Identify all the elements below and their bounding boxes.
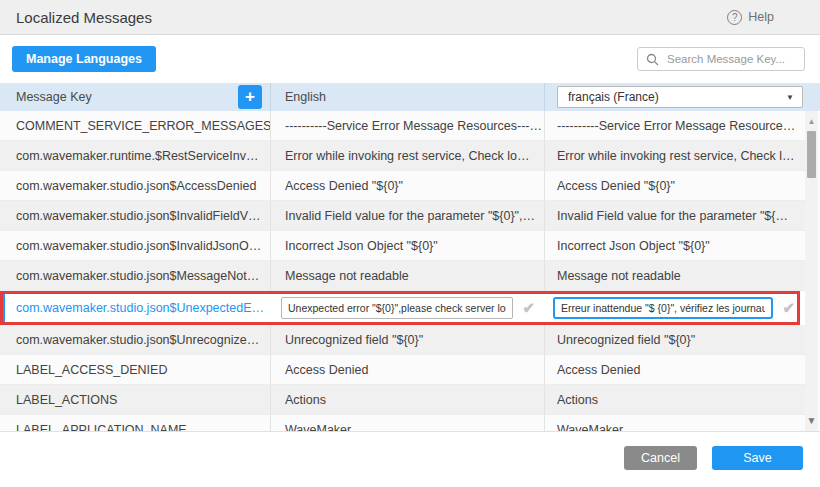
message-key-cell[interactable]: LABEL_APPLICATION_NAME [0, 415, 271, 432]
table-row-selected: com.wavemaker.studio.json$UnexpectedE… ✔… [0, 291, 805, 325]
chevron-down-icon: ▼ [786, 93, 794, 102]
titlebar: Localized Messages ? Help [0, 0, 820, 35]
english-cell[interactable]: Incorrect Json Object "${0}" [271, 231, 545, 260]
message-key-cell[interactable]: com.wavemaker.runtime.$RestServiceInv… [0, 141, 271, 170]
english-cell[interactable]: Access Denied [271, 355, 545, 384]
table-row: com.wavemaker.studio.json$InvalidJsonO… … [0, 231, 805, 261]
english-cell-editing: ✔ [271, 291, 545, 325]
french-cell[interactable]: WaveMaker [545, 415, 805, 432]
toolbar: Manage Languages [0, 35, 820, 83]
search-input[interactable] [665, 52, 796, 66]
column-header-language: français (France) ▼ [545, 83, 820, 111]
manage-languages-button[interactable]: Manage Languages [12, 46, 156, 72]
table-row: com.wavemaker.studio.json$AccessDenied A… [0, 171, 805, 201]
french-cell[interactable]: Actions [545, 385, 805, 414]
french-cell[interactable]: Message not readable [545, 261, 805, 290]
english-cell[interactable]: Invalid Field value for the parameter "$… [271, 201, 545, 230]
language-select[interactable]: français (France) ▼ [557, 86, 803, 108]
english-cell[interactable]: Unrecognized field "${0}" [271, 325, 545, 354]
french-cell[interactable]: Unrecognized field "${0}" [545, 325, 805, 354]
french-cell[interactable]: Error while invoking rest service, Check… [545, 141, 805, 170]
message-key-cell[interactable]: LABEL_ACCESS_DENIED [0, 355, 271, 384]
footer: Cancel Save [0, 432, 820, 470]
message-key-cell[interactable]: LABEL_ACTIONS [0, 385, 271, 414]
page-title: Localized Messages [16, 9, 152, 26]
table-row: com.wavemaker.studio.json$InvalidFieldV…… [0, 201, 805, 231]
french-cell[interactable]: Access Denied [545, 355, 805, 384]
table-row: LABEL_ACCESS_DENIED Access Denied Access… [0, 355, 805, 385]
scrollbar-thumb[interactable] [807, 131, 816, 178]
search-box[interactable] [637, 47, 805, 71]
help-label: Help [748, 10, 774, 24]
table-row: com.wavemaker.studio.json$Unrecognize… U… [0, 325, 805, 355]
help-button[interactable]: ? Help [727, 10, 774, 25]
scroll-up-icon[interactable]: ▲ [808, 117, 816, 126]
english-message-input[interactable] [281, 297, 513, 319]
table-row: LABEL_ACTIONS Actions Actions [0, 385, 805, 415]
french-cell[interactable]: Incorrect Json Object "${0}" [545, 231, 805, 260]
english-cell[interactable]: ----------Service Error Message Resource… [271, 111, 545, 140]
message-key-label: Message Key [16, 90, 92, 104]
table-scrollbar[interactable]: ▲ ▼ [805, 111, 818, 431]
english-cell[interactable]: Actions [271, 385, 545, 414]
table-body: COMMENT_SERVICE_ERROR_MESSAGES ---------… [0, 111, 820, 432]
cancel-button[interactable]: Cancel [624, 446, 697, 470]
localized-messages-dialog: Localized Messages ? Help Manage Languag… [0, 0, 820, 470]
column-header-english: English [271, 83, 545, 111]
confirm-check-icon[interactable]: ✔ [782, 299, 795, 317]
table-row: LABEL_APPLICATION_NAME WaveMaker WaveMak… [0, 415, 805, 432]
english-cell[interactable]: WaveMaker [271, 415, 545, 432]
message-key-cell-selected[interactable]: com.wavemaker.studio.json$UnexpectedE… [0, 291, 271, 325]
message-key-cell[interactable]: com.wavemaker.studio.json$MessageNot… [0, 261, 271, 290]
message-key-cell[interactable]: COMMENT_SERVICE_ERROR_MESSAGES [0, 111, 271, 140]
english-cell[interactable]: Access Denied "${0}" [271, 171, 545, 200]
help-icon: ? [727, 10, 742, 25]
table-header: Message Key + English français (France) … [0, 83, 820, 111]
save-button[interactable]: Save [712, 446, 803, 470]
column-header-message-key: Message Key + [0, 83, 271, 111]
table-row: com.wavemaker.runtime.$RestServiceInv… E… [0, 141, 805, 171]
message-key-cell[interactable]: com.wavemaker.studio.json$InvalidJsonO… [0, 231, 271, 260]
english-cell[interactable]: Message not readable [271, 261, 545, 290]
confirm-check-icon[interactable]: ✔ [522, 299, 535, 317]
table-row: com.wavemaker.studio.json$MessageNot… Me… [0, 261, 805, 291]
french-cell[interactable]: ----------Service Error Message Resource… [545, 111, 805, 140]
search-icon [646, 53, 659, 66]
scroll-down-icon[interactable]: ▼ [807, 415, 817, 426]
message-key-cell[interactable]: com.wavemaker.studio.json$AccessDenied [0, 171, 271, 200]
message-key-cell[interactable]: com.wavemaker.studio.json$Unrecognize… [0, 325, 271, 354]
french-cell-editing: ✔ [545, 291, 805, 325]
message-key-cell[interactable]: com.wavemaker.studio.json$InvalidFieldV… [0, 201, 271, 230]
english-label: English [285, 90, 326, 104]
table-row: COMMENT_SERVICE_ERROR_MESSAGES ---------… [0, 111, 805, 141]
selected-row-indicator [0, 291, 5, 325]
french-cell[interactable]: Invalid Field value for the parameter "$… [545, 201, 805, 230]
language-select-value: français (France) [568, 90, 659, 104]
english-cell[interactable]: Error while invoking rest service, Check… [271, 141, 545, 170]
add-message-key-button[interactable]: + [238, 85, 262, 109]
french-cell[interactable]: Access Denied "${0}" [545, 171, 805, 200]
french-message-input[interactable] [553, 297, 773, 319]
